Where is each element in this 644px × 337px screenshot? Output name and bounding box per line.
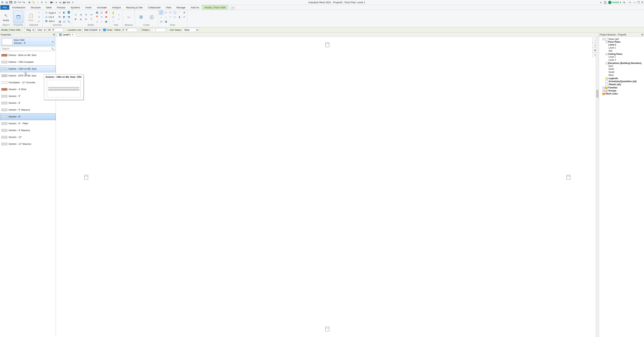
unpin-icon[interactable]: 📍 [95,15,99,19]
tree-toggle[interactable]: – [606,41,608,43]
ribbon-tab-structure[interactable]: Structure [28,5,43,10]
tree-el-south[interactable]: South [608,71,614,73]
close-icon[interactable]: ✕ [53,33,55,36]
location-line-select[interactable]: Wall Centerlin [82,28,102,32]
measure-button[interactable]: ↔ [124,11,134,23]
modify-tool-button[interactable]: ↖ Modify [1,11,11,23]
view-dd-button[interactable]: • [116,17,121,21]
tree-elevations[interactable]: Elevations (Building Elevation) [608,62,642,64]
rect-icon[interactable]: ▭ [164,10,168,14]
switch-windows-icon[interactable]: ⊞▾ [67,1,70,4]
pick-face-icon[interactable]: ◨ [164,19,168,24]
scale-icon[interactable]: ◱ [100,10,104,14]
canvas-vscrollbar[interactable] [596,37,599,337]
measure-icon[interactable]: 📏 [32,1,35,4]
panel-label[interactable]: Select ▾ [1,24,11,27]
tree-el-east[interactable]: East [608,65,613,67]
geom-icon[interactable]: ◨ [58,19,62,24]
geom-icon[interactable]: ◩ [62,15,66,19]
tree-floor-plans[interactable]: Floor Plans [608,41,620,43]
tree-sheets[interactable]: Sheets (all) [609,83,621,86]
ribbon-collapse-button[interactable]: ▢▾ [230,6,236,10]
elevation-marker-west[interactable] [84,175,88,180]
paint-icon[interactable]: 🪣 [67,10,71,14]
ribbon-tab-modify-place-wall[interactable]: Modify | Place Wall [202,5,228,10]
close-button[interactable]: ✕ [641,1,643,4]
ribbon-tab-addins[interactable]: Add-Ins [188,5,202,10]
tree-revit-links[interactable]: Revit Links [606,92,618,95]
close-icon[interactable]: ✕ [72,33,74,36]
copy-button[interactable]: ⧉ [36,15,42,19]
revit-logo-icon[interactable]: R [1,1,4,4]
tree-families[interactable]: Families [608,86,618,89]
undo-icon[interactable]: ↶▾ [18,1,21,4]
favorites-icon[interactable]: 🛍 [622,1,626,4]
close-views-icon[interactable]: ▦▾ [63,1,66,4]
cut-button[interactable]: ✂ [36,11,42,15]
height-mode-select[interactable]: Heigh [24,28,35,32]
elevation-marker-south[interactable] [326,327,329,331]
geom-icon[interactable]: ⬔ [67,15,71,19]
tree-ceiling-plans[interactable]: Ceiling Plans [608,53,622,55]
geom-icon[interactable]: ◫ [62,19,66,24]
ribbon-tab-massing[interactable]: Massing & Site [124,5,145,10]
arc-center-icon[interactable]: ◔ [182,10,186,14]
type-item[interactable]: Generic - 8" [0,113,56,120]
tree-schedules[interactable]: Schedules/Quantities (all) [609,80,636,83]
ribbon-tab-precast[interactable]: Precast [54,5,68,10]
align-icon[interactable]: ⇥ [73,13,78,17]
3d-icon[interactable]: ⬢▾ [50,1,54,4]
pick-lines-icon[interactable]: ⇗ [182,15,186,19]
geom-icon[interactable]: 🔍 [67,19,71,24]
type-item[interactable]: Generic - 6" Masonry [0,106,56,113]
tree-groups[interactable]: Groups [608,89,616,92]
tree-fp-level2[interactable]: Level 2 [608,46,616,49]
ribbon-tab-annotate[interactable]: Annotate [94,5,109,10]
create-group-button[interactable]: ⊞ [136,11,146,23]
qat-customize-icon[interactable]: ▾ [71,1,74,4]
thin-lines-icon[interactable]: ≣ [58,1,62,4]
ellipse-icon[interactable]: ⬭ [173,15,177,19]
type-item[interactable]: Exterior - Brick on Mtl. Stud [0,52,56,59]
open-icon[interactable]: ▤ [5,1,8,4]
extend-icon[interactable]: ⤓ [95,19,99,24]
wall-opening-icon[interactable]: ▭ [58,10,62,14]
elevation-marker-east[interactable] [566,175,570,180]
polygon-icon[interactable]: ⬠ [168,10,172,14]
type-item[interactable]: Generic - 12" Masonry [0,141,56,147]
redo-icon[interactable]: ↷▾ [22,1,25,4]
keyword-search-icon[interactable]: ◂ [599,1,602,4]
dropdown-icon[interactable]: 🏠 [604,1,607,4]
view-dd-button[interactable]: • [116,13,121,17]
maximize-button[interactable]: ❐ [637,1,640,4]
cope-button[interactable]: ⊓Cope ▾ [44,11,57,15]
ribbon-tab-collaborate[interactable]: Collaborate [146,5,163,10]
properties-button[interactable]: 🗔 [14,11,23,23]
ribbon-tab-analyze[interactable]: Analyze [110,5,123,10]
tree-fp-level1[interactable]: Level 1 [608,43,616,46]
help-icon[interactable]: ❔▾ [627,1,630,4]
hide-button[interactable]: 💡 [111,11,116,15]
dimension-icon[interactable]: ↔ [36,1,39,4]
pick-walls-icon[interactable]: ◫ [159,19,163,24]
line-icon[interactable]: ╱ [159,10,163,14]
tree-fp-site[interactable]: Site [608,49,612,52]
join-status-select[interactable]: Allow [182,28,199,32]
view-tab-level1[interactable]: Level 1 ✕ [57,33,76,37]
mirror-draw-icon[interactable]: ⇌ [89,13,94,17]
arc-tangent-icon[interactable]: ⌣ [159,15,163,19]
type-item[interactable]: Exterior - CMU Insulated [0,59,56,65]
type-item[interactable]: Generic - 8" - Filled [0,120,56,127]
offset-input[interactable] [122,28,137,32]
radius-checkbox[interactable] [139,29,142,31]
split-icon[interactable]: ✂ [100,15,104,19]
circle-icon[interactable]: ◯ [173,10,177,14]
copy-icon[interactable]: ⊕ [78,17,83,21]
group-icon[interactable]: ▣ [104,19,108,24]
minimize-button[interactable]: — [633,1,636,4]
tree-el-north[interactable]: North [608,68,614,70]
ribbon-tab-file[interactable]: File [0,5,9,10]
offset-icon[interactable]: ⇉ [78,13,83,17]
elevation-marker-north[interactable] [326,42,329,47]
cut-geom-button[interactable]: ◫Cut ▾ [44,15,57,19]
